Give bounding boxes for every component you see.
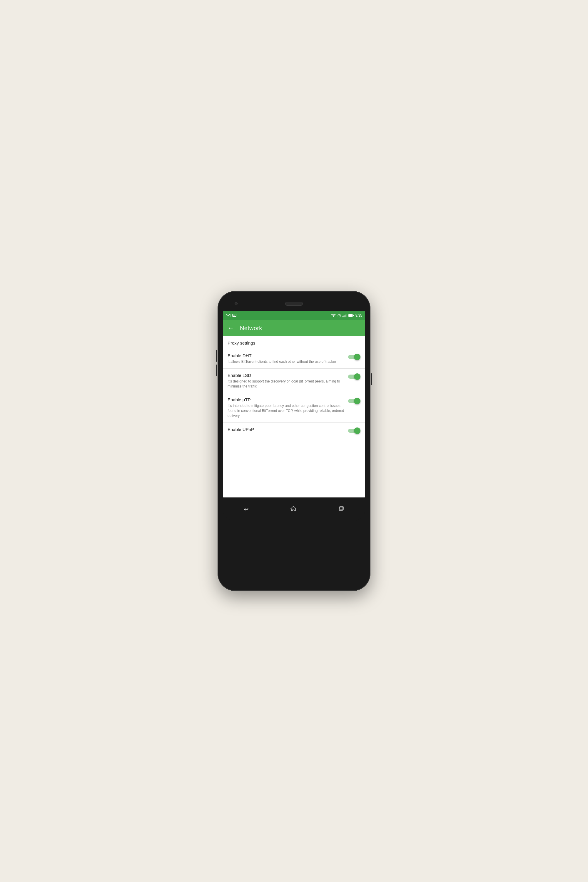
enable-lsd-desc: It's designed to support the discovery o… xyxy=(228,379,345,389)
enable-dht-item[interactable]: Enable DHT It allows BitTorrent-clients … xyxy=(223,349,365,369)
svg-rect-16 xyxy=(348,314,352,316)
enable-upnp-text: Enable UPnP xyxy=(228,427,348,433)
proxy-settings-section[interactable]: Proxy settings xyxy=(223,336,365,349)
enable-upnp-item[interactable]: Enable UPnP xyxy=(223,423,365,439)
wifi-icon xyxy=(331,314,336,317)
power-button[interactable] xyxy=(371,374,372,385)
proxy-settings-label: Proxy settings xyxy=(228,340,255,345)
recents-nav-button[interactable] xyxy=(338,506,344,513)
enable-dht-toggle[interactable] xyxy=(348,354,360,361)
toggle-thumb xyxy=(354,374,360,380)
app-bar-title: Network xyxy=(240,325,262,332)
volume-up-button[interactable] xyxy=(216,350,217,362)
enable-lsd-title: Enable LSD xyxy=(228,373,345,378)
enable-utp-desc: It's intended to mitigate poor latency a… xyxy=(228,404,345,418)
app-bar: ← Network xyxy=(223,320,365,336)
enable-lsd-text: Enable LSD It's designed to support the … xyxy=(228,373,348,389)
svg-rect-10 xyxy=(342,316,344,317)
gmail-icon xyxy=(226,314,231,317)
enable-upnp-toggle[interactable] xyxy=(348,428,360,435)
enable-upnp-title: Enable UPnP xyxy=(228,427,345,432)
speaker-grill xyxy=(285,302,303,306)
bottom-nav: ↩ xyxy=(223,498,365,521)
phone-frame: 9:35 ← Network Proxy settings Enable DHT… xyxy=(218,291,370,591)
enable-utp-toggle[interactable] xyxy=(348,398,360,405)
status-system-icons: 9:35 xyxy=(331,314,362,318)
enable-utp-title: Enable μTP xyxy=(228,397,345,402)
svg-rect-13 xyxy=(345,314,346,317)
svg-rect-15 xyxy=(353,315,354,316)
enable-lsd-toggle[interactable] xyxy=(348,374,360,380)
back-button[interactable]: ← xyxy=(228,324,234,332)
enable-utp-text: Enable μTP It's intended to mitigate poo… xyxy=(228,397,348,418)
enable-dht-desc: It allows BitTorrent-clients to find eac… xyxy=(228,359,345,364)
status-time: 9:35 xyxy=(356,314,362,318)
enable-lsd-item[interactable]: Enable LSD It's designed to support the … xyxy=(223,369,365,393)
front-camera xyxy=(235,302,237,305)
status-bar: 9:35 xyxy=(223,311,365,320)
phone-top xyxy=(223,296,365,311)
toggle-thumb xyxy=(354,428,360,434)
content-padding xyxy=(223,439,365,498)
svg-rect-1 xyxy=(232,314,236,316)
toggle-thumb xyxy=(354,354,360,360)
enable-dht-title: Enable DHT xyxy=(228,353,345,358)
battery-icon xyxy=(348,314,354,317)
enable-utp-item[interactable]: Enable μTP It's intended to mitigate poo… xyxy=(223,393,365,423)
volume-down-button[interactable] xyxy=(216,364,217,376)
content-area: Proxy settings Enable DHT It allows BitT… xyxy=(223,336,365,498)
phone-screen: 9:35 ← Network Proxy settings Enable DHT… xyxy=(223,311,365,498)
toggle-thumb xyxy=(354,398,360,404)
signal-icon xyxy=(342,314,346,318)
back-nav-button[interactable]: ↩ xyxy=(244,506,249,513)
svg-rect-12 xyxy=(345,315,345,317)
home-nav-button[interactable] xyxy=(290,506,297,513)
alarm-icon xyxy=(337,314,341,318)
enable-dht-text: Enable DHT It allows BitTorrent-clients … xyxy=(228,353,348,364)
svg-rect-11 xyxy=(344,315,344,317)
message-icon xyxy=(232,314,236,317)
status-notifications xyxy=(226,314,236,317)
